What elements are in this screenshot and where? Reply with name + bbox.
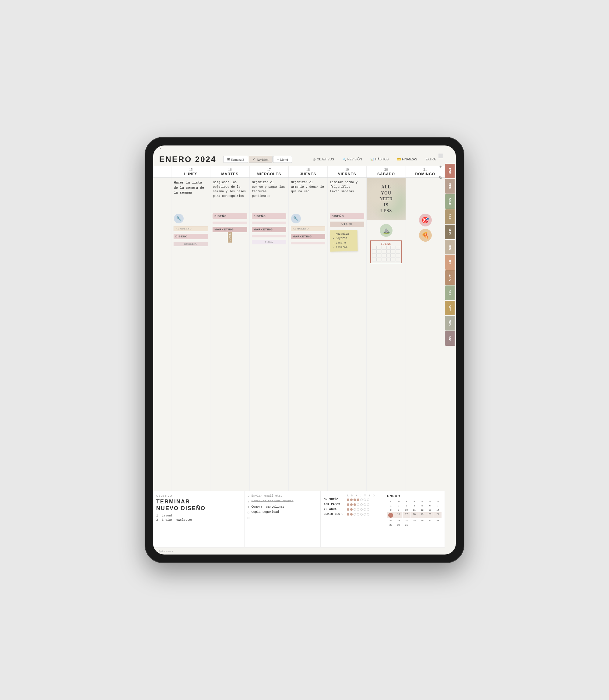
status-left: ⌃ (159, 148, 162, 151)
martes-task: Desglosar los objetivos de la semana y l… (213, 180, 247, 198)
day-col-jueves: Organizar el armario y donar lo que no u… (289, 178, 328, 491)
miercoles-diseno: DISEÑO (252, 213, 286, 219)
day-col-lunes: Hacer la lista de la compra de la semana… (171, 178, 210, 491)
sticky-note: - Mezquita- Joyería- Casa M- Tetería (330, 230, 358, 251)
objetivo-cell: OBJETIVO TERMINAR NUEVO DISEÑO 1. Layout… (153, 491, 244, 547)
tab-noviembre[interactable]: NOV (445, 316, 455, 330)
tab-febrero[interactable]: FEB (445, 179, 455, 194)
toolbar-icon-3[interactable]: ✎ (436, 174, 445, 182)
tab-junio[interactable]: JUN (445, 240, 455, 254)
tab-julio[interactable]: JUL (445, 255, 455, 270)
sat-image: ALL YOU NEED IS LESS (367, 178, 405, 220)
quote-text: ALL YOU NEED IS LESS (380, 184, 393, 214)
day-header-viernes: 19 VIERNES (328, 166, 367, 177)
tab-semana[interactable]: ⊞ Semana 3 (223, 156, 248, 163)
status-dots: ... (437, 148, 439, 151)
sabado-events: ⛰️ IDEAS (367, 220, 405, 267)
jueves-marketing: MARKETING (291, 234, 325, 239)
martes-diseno2 (212, 221, 247, 224)
miercoles-task: Organizar el correo y pagar las facturas… (252, 180, 286, 198)
day-col-sabado: ALL YOU NEED IS LESS ⛰️ (367, 178, 405, 491)
habit-agua: 2L AGUA (324, 508, 381, 511)
jueves-marketing2 (291, 242, 325, 245)
sueno-dots (347, 499, 369, 501)
jueves-events: 🔧 ALMUERZO MARKETING (289, 211, 327, 247)
nav-finanzas[interactable]: 💳 FINANZAS (394, 157, 420, 162)
tab-enero[interactable]: ENE (445, 164, 455, 178)
mini-calendar-cell: ENERO L M X J V S D 1 2 (384, 491, 445, 547)
header-tabs: ⊞ Semana 3 ✓ Revisión ≡ Menú (223, 156, 292, 163)
done-tag: DONE (228, 232, 232, 243)
martes-marketing: MARKETING (212, 227, 247, 232)
ideas-board: IDEAS (370, 240, 402, 263)
tab-diciembre[interactable]: DIC (445, 331, 455, 346)
lunes-events: 🔧 ALMUERZO DISEÑO RUNNING (171, 211, 210, 248)
tab-revision[interactable]: ✓ Revisión (249, 156, 273, 163)
habit-cell: L M X J V S D 8H SUEÑO (320, 491, 384, 547)
mini-cal-grid: L M X J V S D 1 2 3 4 5 (387, 499, 441, 527)
lunes-almuerzo: ALMUERZO (174, 226, 208, 231)
tab-septiembre[interactable]: SEP (445, 286, 455, 300)
domingo-events: 🎯 🍕 (406, 211, 445, 244)
toolbar-icon-1[interactable]: ⬜ (436, 151, 445, 160)
lunes-diseno: DISEÑO (174, 234, 208, 239)
tab-mayo[interactable]: MAY (445, 225, 455, 239)
tab-octubre[interactable]: OCT (445, 301, 455, 315)
day-col-viernes: Limpiar horno y frigoríficoLavar sábanas… (328, 178, 367, 491)
revision-icon: ✓ (253, 157, 256, 161)
nav-revision[interactable]: 🔍 REVISIÓN (340, 157, 365, 162)
finanzas-icon: 💳 (397, 158, 401, 161)
tab-marzo[interactable]: MAR (445, 194, 455, 209)
miercoles-marketing: MARKETING (252, 227, 286, 232)
todo-item-2: ✓ Devolver teclado Amazon (247, 500, 317, 504)
day-header-jueves: 18 JUEVES (289, 166, 328, 177)
week-num-header (153, 166, 171, 177)
lunes-running: RUNNING (174, 241, 208, 246)
footer-url: byinma.com (159, 550, 173, 553)
habit-sueno: 8H SUEÑO (324, 498, 381, 501)
lunes-task: Hacer la lista de la compra de la semana (174, 180, 208, 195)
status-bar: ⌃ ... (153, 145, 445, 153)
sticker-lunes: 🔧 (174, 214, 184, 223)
month-year-title: ENERO 2024 (159, 155, 216, 164)
objetivo-item-2: 2. Enviar newsletter (156, 518, 241, 522)
sticker-jueves: 🔧 (291, 214, 301, 223)
day-header-miercoles: 17 MIÉRCOLES (250, 166, 289, 177)
todo-item-1: ✓ Enviar email etsy (247, 494, 317, 498)
toolbar-icon-2[interactable]: ＋ (436, 163, 445, 171)
todo-item-4: ☐ Copia seguridad (247, 510, 317, 514)
todo-cell: ✓ Enviar email etsy ✓ Devolver teclado A… (244, 491, 320, 547)
miercoles-yoga: YOGA (252, 240, 286, 245)
side-tabs: ENE FEB MAR ABR MAY JUN JUL AGO SEP OCT … (445, 164, 456, 346)
habit-lect: 30MIN LECT. (324, 513, 381, 516)
footer-bar: byinma.com (153, 547, 445, 555)
viernes-diseno: DISEÑO (330, 213, 364, 219)
nav-habitos[interactable]: 📊 HÁBITOS (367, 157, 392, 162)
miercoles-events: DISEÑO MARKETING YOGA (250, 211, 289, 246)
nav-buttons: ◎ OBJETIVOS 🔍 REVISIÓN 📊 HÁBITOS 💳 FINAN… (310, 157, 439, 162)
viernes-viaje: VIAJE (330, 221, 364, 227)
tab-menu[interactable]: ≡ Menú (273, 156, 292, 163)
habit-pasos: 10K PASOS (324, 503, 381, 506)
jueves-almuerzo: ALMUERZO (291, 226, 325, 231)
agua-dots (347, 508, 369, 511)
tab-agosto[interactable]: AGO (445, 270, 455, 285)
bottom-section: OBJETIVO TERMINAR NUEVO DISEÑO 1. Layout… (153, 491, 445, 547)
day-col-martes: Desglosar los objetivos de la semana y l… (210, 178, 249, 491)
sticker-mountain: ⛰️ (380, 224, 393, 237)
mini-calendar: ENERO L M X J V S D 1 2 (387, 494, 441, 527)
habitos-icon: 📊 (370, 158, 374, 161)
miercoles-diseno2 (252, 221, 286, 224)
tab-abril[interactable]: ABR (445, 210, 455, 224)
day-header-lunes: 15 LUNES (171, 166, 210, 177)
lect-dots (347, 513, 369, 516)
tablet-screen: ENE FEB MAR ABR MAY JUN JUL AGO SEP OCT … (153, 145, 456, 555)
day-header-sabado: 20 SÁBADO (367, 166, 405, 177)
tablet-frame: ENE FEB MAR ABR MAY JUN JUL AGO SEP OCT … (145, 137, 464, 563)
nav-objetivos[interactable]: ◎ OBJETIVOS (310, 157, 337, 162)
miercoles-marketing2 (252, 235, 286, 237)
sticker-yellow: 🍕 (419, 229, 432, 241)
time-column (153, 178, 171, 491)
menu-icon: ≡ (277, 158, 279, 161)
day-col-miercoles: Organizar el correo y pagar las facturas… (250, 178, 289, 491)
